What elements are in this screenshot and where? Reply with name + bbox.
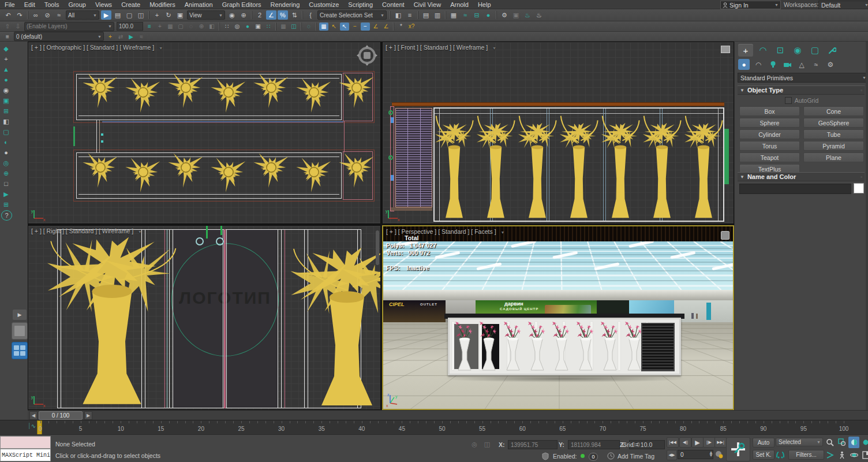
isolate-region-icon[interactable]: ▣: [253, 23, 263, 31]
edge-snap-icon[interactable]: −: [350, 23, 360, 31]
frame-spinner[interactable]: ▲▼: [709, 451, 713, 457]
left-toolbar-icon-12[interactable]: ◎: [1, 158, 11, 167]
named-selection-dropdown[interactable]: Create Selection Set▼: [317, 10, 387, 20]
zoom-extents-icon[interactable]: [848, 437, 859, 448]
goto-layer-icon[interactable]: ⇄: [116, 32, 125, 40]
create-cone-button[interactable]: Cone: [803, 106, 864, 116]
menu-modifiers[interactable]: Modifiers: [145, 1, 180, 8]
left-toolbar-icon-3[interactable]: ▲: [1, 65, 11, 74]
shapes-icon[interactable]: ◠: [753, 59, 764, 70]
left-toolbar-icon-5[interactable]: ◉: [1, 85, 11, 95]
edge-snap2-icon[interactable]: −: [361, 23, 370, 31]
left-toolbar-icon-8[interactable]: ◧: [1, 117, 11, 126]
bind-spacewarp-icon[interactable]: ≈: [54, 10, 64, 20]
material-editor-icon[interactable]: ●: [483, 10, 493, 20]
pointer-snap-icon[interactable]: ↖: [330, 23, 339, 31]
redo-icon[interactable]: ↷: [14, 10, 25, 20]
next-layer-icon[interactable]: ⇩: [13, 23, 23, 31]
next-frame-arrow[interactable]: ▶: [84, 411, 92, 420]
key-filter-dropdown[interactable]: Selected▼: [776, 438, 823, 446]
spinner-snap-icon[interactable]: ⇅: [289, 10, 300, 20]
window-crossing-icon[interactable]: ◫: [136, 10, 146, 20]
opacity-field[interactable]: 100.0: [117, 22, 143, 31]
create-geosphere-button[interactable]: GeoSphere: [803, 118, 864, 128]
viewport-nav-gizmo-icon[interactable]: [356, 44, 378, 66]
key-filters-icon[interactable]: [776, 450, 785, 459]
left-toolbar-icon-16[interactable]: ⊞: [1, 200, 11, 209]
systems-icon[interactable]: ⚙: [825, 59, 836, 70]
left-toolbar-icon-11[interactable]: ●: [1, 148, 11, 157]
name-color-rollout[interactable]: ▼Name and Color▫: [738, 172, 865, 181]
menu-help[interactable]: Help: [473, 1, 496, 8]
pick-layer-icon[interactable]: ▦: [166, 23, 175, 31]
enabled-count-badge[interactable]: 0: [589, 453, 598, 461]
left-toolbar-icon-15[interactable]: ▶: [1, 189, 11, 199]
viewport-perspective[interactable]: CIPEL OUTLET дарвин САДОВЫЙ ЦЕНТР 1 ЭТАЖ: [382, 225, 734, 410]
selection-filter-dropdown[interactable]: All▼: [66, 10, 99, 20]
use-center-icon[interactable]: ⊕: [238, 10, 249, 20]
menu-create[interactable]: Create: [117, 1, 145, 8]
render-iterative-icon[interactable]: ♨: [534, 10, 544, 20]
viewport-persp-label[interactable]: [ + ] [ Perspective ] [ Standard ] [ Fac…: [386, 228, 504, 235]
y-coordinate-field[interactable]: 181109.984: [568, 440, 620, 449]
soft-ring-icon[interactable]: ◌: [304, 23, 313, 31]
layout-quad-button[interactable]: [12, 342, 28, 359]
select-and-move-icon[interactable]: +: [152, 10, 162, 20]
layer-explorer-icon[interactable]: ▥: [432, 10, 443, 20]
track-bar[interactable]: ⏐∿ 0510152025303540455055606570758085909…: [0, 420, 868, 435]
select-link-icon[interactable]: ∞: [31, 10, 41, 20]
paint-select-icon[interactable]: ●: [243, 23, 252, 31]
left-toolbar-icon-6[interactable]: ▣: [1, 96, 11, 105]
reference-coordinate-dropdown[interactable]: View▼: [187, 10, 225, 20]
layers-dropdown[interactable]: (Enable Layers)▼: [24, 22, 114, 31]
named-selection-sets-icon[interactable]: {: [305, 10, 316, 20]
menu-views[interactable]: Views: [91, 1, 117, 8]
panel-scrollbar[interactable]: [866, 42, 868, 410]
angle-q-icon[interactable]: ∠: [371, 23, 380, 31]
rect-selection-region-icon[interactable]: ▢: [124, 10, 134, 20]
object-color-swatch[interactable]: [854, 183, 864, 193]
object-name-input[interactable]: [739, 184, 851, 194]
create-box-button[interactable]: Box: [739, 106, 800, 116]
time-slider-handle[interactable]: 0 / 100: [39, 411, 83, 420]
left-toolbar-icon-13[interactable]: ⊕: [1, 169, 11, 178]
use-pivot-icon[interactable]: ◉: [227, 10, 237, 20]
create-plane-button[interactable]: Plane: [803, 152, 864, 162]
freeze-icon[interactable]: ▢: [176, 23, 185, 31]
menu-customize[interactable]: Customize: [304, 1, 343, 8]
time-tag-clock-icon[interactable]: [607, 452, 615, 460]
menu-animation[interactable]: Animation: [180, 1, 218, 8]
next-frame-button[interactable]: ||▶: [703, 437, 715, 448]
curve-editor-icon[interactable]: ≈: [460, 10, 470, 20]
menu-graph-editors[interactable]: Graph Editors: [218, 1, 266, 8]
menu-scripting[interactable]: Scripting: [343, 1, 377, 8]
layer-list-icon[interactable]: ≡: [3, 32, 12, 40]
viewport-ortho-label[interactable]: [ + ] [ Orthographic ] [ Standard ] [ Wi…: [31, 44, 163, 51]
prev-layer-icon[interactable]: ⇧: [3, 23, 12, 31]
go-to-end-button[interactable]: ▶▶|: [714, 437, 727, 448]
field-of-view-icon[interactable]: [824, 449, 835, 461]
viewport-front-label[interactable]: [ + ] [ Front ] [ Standard ] [ Wireframe…: [386, 44, 496, 51]
left-toolbar-icon-4[interactable]: ●: [1, 75, 11, 84]
ribbon-icon[interactable]: ▦: [448, 10, 459, 20]
zoom-all-icon[interactable]: [836, 437, 847, 448]
menu-file[interactable]: File: [0, 1, 20, 8]
create-torus-button[interactable]: Torus: [739, 141, 800, 151]
dual-dot-icon[interactable]: ◫: [289, 23, 298, 31]
workspaces-dropdown[interactable]: Default▼: [818, 1, 868, 9]
xform-icon[interactable]: *: [396, 23, 406, 31]
unlink-selection-icon[interactable]: ⊘: [42, 10, 53, 20]
left-toolbar-icon-10[interactable]: ◐: [1, 137, 11, 147]
mirror-icon[interactable]: ◧: [393, 10, 403, 20]
select-by-name-icon[interactable]: ▤: [113, 10, 123, 20]
selection-lock-icon[interactable]: ◫: [482, 439, 492, 449]
layer-props-icon[interactable]: ≈: [137, 32, 146, 40]
play-button[interactable]: ▶: [691, 437, 704, 448]
grid-snap-icon[interactable]: ▦: [279, 23, 288, 31]
go-to-start-button[interactable]: |◀◀: [667, 437, 679, 448]
hide-icon[interactable]: ◌: [186, 23, 196, 31]
set-keys-button[interactable]: [726, 437, 750, 461]
undo-icon[interactable]: ↶: [3, 10, 13, 20]
add-layer-icon[interactable]: +: [155, 23, 164, 31]
pointer-snap2-icon[interactable]: ↖: [340, 23, 349, 31]
